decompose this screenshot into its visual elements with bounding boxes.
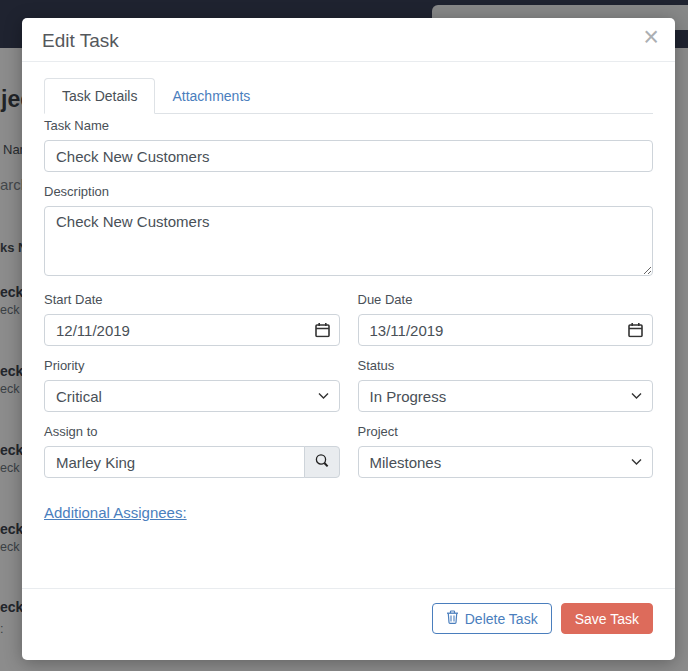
status-label: Status bbox=[358, 358, 654, 373]
status-selected-value: In Progress bbox=[370, 388, 447, 405]
save-task-button[interactable]: Save Task bbox=[561, 603, 653, 634]
task-name-label: Task Name bbox=[44, 118, 653, 133]
due-date-input[interactable] bbox=[358, 314, 654, 346]
start-date-label: Start Date bbox=[44, 292, 340, 307]
edit-task-modal: Edit Task × Task Details Attachments Tas… bbox=[22, 18, 675, 660]
delete-task-button[interactable]: Delete Task bbox=[432, 603, 552, 634]
modal-header: Edit Task × bbox=[22, 18, 675, 62]
tab-task-details[interactable]: Task Details bbox=[44, 78, 155, 114]
priority-selected-value: Critical bbox=[56, 388, 102, 405]
modal-title: Edit Task bbox=[42, 30, 119, 51]
priority-select[interactable]: Critical bbox=[44, 380, 340, 412]
trash-icon bbox=[446, 610, 459, 627]
chevron-down-icon bbox=[318, 393, 329, 400]
screen: jec Nam arch ks N eck N eck N eck N eck … bbox=[0, 0, 688, 671]
tab-bar: Task Details Attachments bbox=[44, 78, 653, 114]
project-label: Project bbox=[358, 424, 654, 439]
modal-body: Task Details Attachments Task Name Descr… bbox=[22, 62, 675, 522]
assignee-search-button[interactable] bbox=[304, 446, 340, 478]
chevron-down-icon bbox=[631, 459, 642, 466]
search-icon bbox=[314, 453, 330, 472]
project-select[interactable]: Milestones bbox=[358, 446, 654, 478]
assign-to-input[interactable] bbox=[44, 446, 305, 478]
save-task-label: Save Task bbox=[575, 611, 639, 627]
modal-footer: Delete Task Save Task bbox=[22, 588, 675, 660]
priority-label: Priority bbox=[44, 358, 340, 373]
chevron-down-icon bbox=[631, 393, 642, 400]
close-icon[interactable]: × bbox=[643, 24, 659, 51]
description-label: Description bbox=[44, 184, 653, 199]
start-date-input[interactable] bbox=[44, 314, 340, 346]
delete-task-label: Delete Task bbox=[465, 611, 538, 627]
additional-assignees-link[interactable]: Additional Assignees: bbox=[44, 504, 187, 521]
description-textarea[interactable]: Check New Customers bbox=[44, 206, 653, 276]
status-select[interactable]: In Progress bbox=[358, 380, 654, 412]
tab-attachments[interactable]: Attachments bbox=[155, 78, 267, 114]
task-name-input[interactable] bbox=[44, 140, 653, 172]
project-selected-value: Milestones bbox=[370, 454, 442, 471]
due-date-label: Due Date bbox=[358, 292, 654, 307]
assign-to-label: Assign to bbox=[44, 424, 340, 439]
